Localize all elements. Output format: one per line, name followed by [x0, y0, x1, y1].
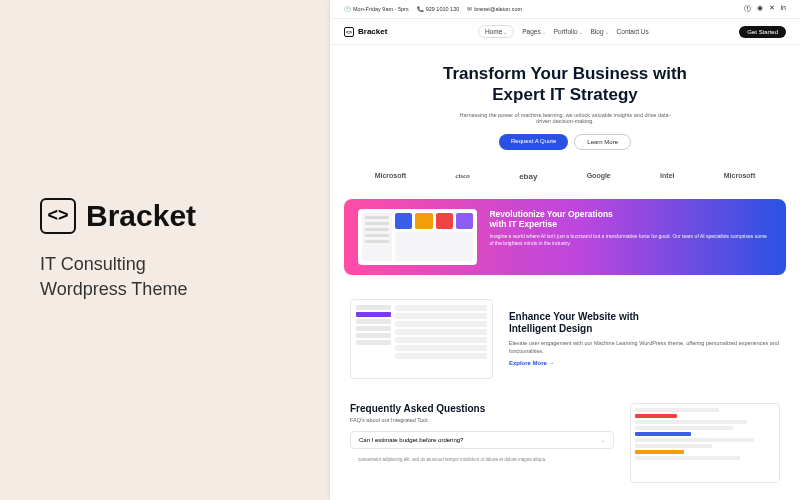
navbar: <> Bracket Home ⌄ Pages ⌄ Portfolio ⌄ Bl…	[330, 19, 800, 45]
phone-info: 📞 929 1010 120	[417, 4, 460, 14]
bracket-icon: <>	[344, 27, 354, 37]
chevron-down-icon: ⌄	[503, 29, 507, 35]
stat-card	[436, 213, 453, 229]
brand-google: Google	[587, 172, 611, 181]
form-preview	[350, 299, 493, 379]
site-preview: 🕐 Mon-Friday 9am - 5pm 📞 929 1010 120 ✉ …	[330, 0, 800, 500]
nav-home[interactable]: Home ⌄	[478, 25, 514, 38]
hours-info: 🕐 Mon-Friday 9am - 5pm	[344, 4, 409, 14]
facebook-icon[interactable]: ⓕ	[744, 4, 751, 14]
chart-area	[395, 232, 473, 261]
dashboard-sidebar	[362, 213, 392, 261]
nav-blog[interactable]: Blog ⌄	[591, 25, 609, 38]
faq-item[interactable]: Can I estimate budget before ordering? ⌄	[350, 431, 614, 449]
brand-logo: <> Bracket	[40, 198, 290, 234]
learn-more-button[interactable]: Learn More	[574, 134, 631, 150]
banner-text: Revolutionize Your Operationswith IT Exp…	[489, 209, 772, 265]
github-icon[interactable]: ◉	[757, 4, 763, 14]
topbar-info: 🕐 Mon-Friday 9am - 5pm 📞 929 1010 120 ✉ …	[344, 4, 522, 14]
chevron-down-icon: ⌄	[542, 29, 546, 35]
hero-section: Transform Your Business with Expert IT S…	[330, 45, 800, 164]
banner-body: Imagine a world where AI isn't just a bu…	[489, 233, 772, 247]
brand-subtitle: IT Consulting Wordpress Theme	[40, 252, 290, 302]
chevron-down-icon: ⌄	[579, 29, 583, 35]
nav-pages[interactable]: Pages ⌄	[522, 25, 545, 38]
faq-subtitle: FAQ's about our Integrated Tool.	[350, 417, 614, 423]
promo-left-panel: <> Bracket IT Consulting Wordpress Theme	[0, 0, 330, 500]
stat-card	[456, 213, 473, 229]
brand-microsoft: Microsoft	[375, 172, 407, 181]
nav-brand[interactable]: <> Bracket	[344, 27, 387, 37]
brand-intel: intel	[660, 172, 674, 181]
stat-card	[415, 213, 432, 229]
linkedin-icon[interactable]: in	[781, 4, 786, 14]
faq-question: Can I estimate budget before ordering?	[359, 437, 463, 443]
social-icons: ⓕ ◉ ✕ in	[744, 4, 786, 14]
faq-answer: consectetur adipiscing elit, sed do eius…	[350, 453, 614, 467]
faq-title: Frequently Asked Questions	[350, 403, 614, 414]
request-quote-button[interactable]: Request A Quote	[499, 134, 568, 150]
code-preview	[630, 403, 780, 483]
brand-microsoft2: Microsoft	[724, 172, 756, 181]
brand-cisco: cisco	[455, 172, 469, 181]
bracket-icon: <>	[40, 198, 76, 234]
feature-row: Enhance Your Website withIntelligent Des…	[330, 285, 800, 393]
topbar: 🕐 Mon-Friday 9am - 5pm 📞 929 1010 120 ✉ …	[330, 0, 800, 19]
dashboard-preview	[358, 209, 477, 265]
email-info: ✉ brenet@aleion.com	[467, 4, 522, 14]
gradient-banner: Revolutionize Your Operationswith IT Exp…	[344, 199, 786, 275]
brand-logos: Microsoft cisco ebay Google intel Micros…	[330, 164, 800, 189]
brand-ebay: ebay	[519, 172, 537, 181]
nav-portfolio[interactable]: Portfolio ⌄	[554, 25, 583, 38]
explore-more-link[interactable]: Explore More →	[509, 360, 780, 366]
get-started-button[interactable]: Get Started	[739, 26, 786, 38]
nav-contact[interactable]: Contact Us	[617, 25, 649, 38]
feature-body: Elevate user engagement with our Machine…	[509, 340, 780, 355]
twitter-icon[interactable]: ✕	[769, 4, 775, 14]
banner-title: Revolutionize Your Operationswith IT Exp…	[489, 209, 772, 229]
brand-name: Bracket	[86, 199, 196, 233]
feature-text: Enhance Your Website withIntelligent Des…	[509, 311, 780, 366]
stat-card	[395, 213, 412, 229]
chevron-down-icon: ⌄	[605, 29, 609, 35]
chevron-down-icon: ⌄	[601, 437, 605, 443]
hero-buttons: Request A Quote Learn More	[370, 134, 760, 150]
nav-menu: Home ⌄ Pages ⌄ Portfolio ⌄ Blog ⌄ Contac…	[478, 25, 649, 38]
faq-section: Frequently Asked Questions FAQ's about o…	[330, 393, 800, 493]
hero-subtitle: Harnessing the power of machine learning…	[455, 112, 675, 124]
hero-title: Transform Your Business with Expert IT S…	[370, 63, 760, 106]
feature-title: Enhance Your Website withIntelligent Des…	[509, 311, 780, 335]
